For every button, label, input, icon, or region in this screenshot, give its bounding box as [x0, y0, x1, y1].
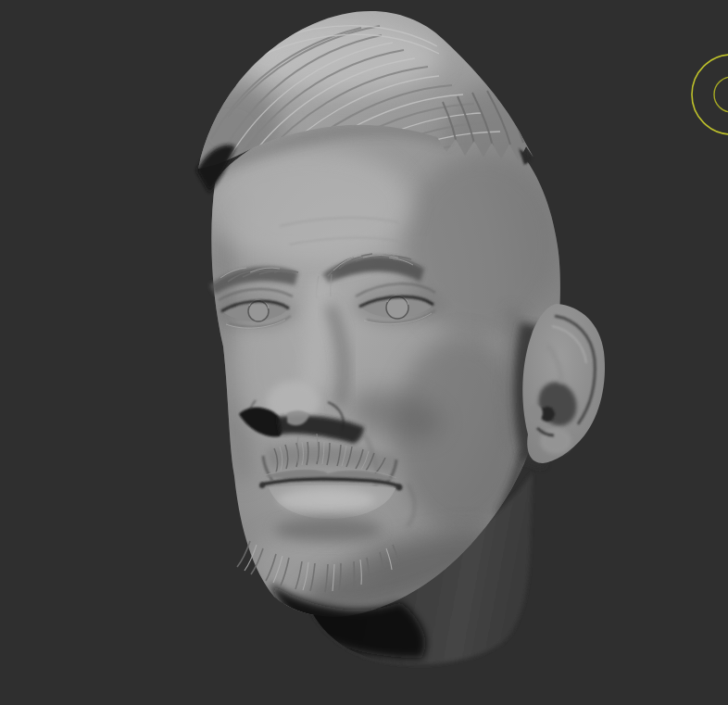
- right-iris: [386, 296, 408, 319]
- left-iris: [248, 301, 269, 321]
- lower-lip-highlight: [278, 489, 374, 511]
- sculpt-viewport[interactable]: [0, 0, 728, 705]
- mouth-corner-right: [396, 485, 403, 491]
- tragus: [526, 405, 543, 422]
- forehead-highlight: [204, 148, 411, 263]
- sculpt-canvas[interactable]: [0, 0, 728, 705]
- mouth-corner-left: [259, 483, 265, 488]
- under-lip-shadow: [274, 518, 382, 542]
